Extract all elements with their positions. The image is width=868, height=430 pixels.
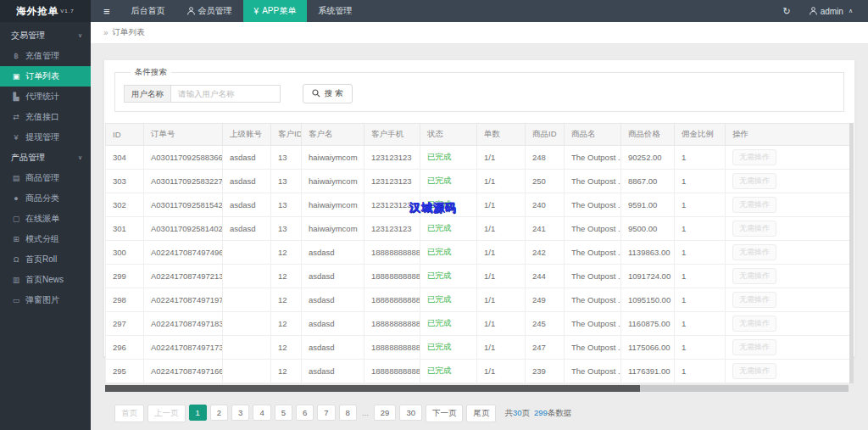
no-action-button[interactable]: 无需操作: [732, 292, 776, 308]
scrollbar-thumb[interactable]: [105, 385, 640, 392]
table-cell: 1/1: [477, 288, 526, 312]
table-cell: 1/1: [477, 170, 526, 193]
table-cell: asdasd: [223, 193, 271, 217]
table-cell: 1: [675, 312, 726, 336]
table-cell: 297: [106, 312, 144, 336]
table-cell: 无需操作: [726, 241, 853, 265]
no-action-button[interactable]: 无需操作: [732, 173, 776, 189]
sidebar-item-4[interactable]: ⇄充值接口: [0, 107, 91, 127]
table-cell: 300: [106, 241, 144, 265]
topnav-item-3[interactable]: 系统管理: [307, 0, 363, 22]
table-cell: haiwaiymcom: [302, 146, 364, 170]
table-cell: 12: [271, 360, 302, 383]
menu-icon: ≡: [103, 5, 110, 18]
no-action-button[interactable]: 无需操作: [732, 339, 776, 355]
table-row: 298A0224170874971978712asdasd18888888888…: [106, 288, 853, 312]
breadcrumb-label: 订单列表: [113, 27, 145, 38]
table-cell: 无需操作: [726, 217, 853, 241]
topnav-item-2[interactable]: ¥APP菜单: [243, 0, 308, 22]
page-8-button[interactable]: 8: [339, 405, 357, 421]
total-records: 299: [534, 408, 548, 417]
prev-button[interactable]: 上一页: [147, 405, 186, 422]
username-input[interactable]: [170, 85, 281, 103]
page-2-button[interactable]: 2: [210, 405, 228, 421]
page-7-button[interactable]: 7: [317, 405, 335, 421]
table-row: 303A03011709258322713asdasd13haiwaiymcom…: [106, 170, 853, 193]
table-cell: [223, 360, 271, 383]
table-cell: The Outpost ...: [565, 170, 621, 193]
sidebar-item-9[interactable]: ▢在线派单: [0, 209, 91, 229]
table-cell: 1: [675, 288, 726, 312]
sidebar-item-1[interactable]: ฿充值管理: [0, 46, 91, 66]
sidebar-item-8[interactable]: ●商品分类: [0, 188, 91, 209]
app-root: 海外抢单V1.7 交易管理∨฿充值管理▣订单列表▙代理统计⇄充值接口¥提现管理产…: [0, 0, 868, 430]
sidebar-section-6[interactable]: 产品管理∨: [0, 148, 91, 168]
no-action-button[interactable]: 无需操作: [732, 268, 776, 284]
last-button[interactable]: 尾页: [466, 405, 496, 422]
sidebar-item-12[interactable]: ▥首页News: [0, 270, 91, 290]
sidebar-item-5[interactable]: ¥提现管理: [0, 127, 91, 148]
pagination-summary: 共30页299条数据: [504, 408, 571, 419]
table-cell: 13: [271, 217, 302, 241]
user-icon: [810, 7, 817, 15]
table-cell: 18888888888: [364, 360, 420, 383]
sidebar-item-10[interactable]: ⊞模式分组: [0, 229, 91, 249]
chevron-down-icon: ∨: [78, 32, 82, 39]
table-cell: 无需操作: [726, 170, 853, 193]
sidebar-item-13[interactable]: ▭弹窗图片: [0, 290, 91, 310]
sidebar-item-11[interactable]: Ω首页Roll: [0, 249, 91, 270]
first-button[interactable]: 首页: [114, 405, 144, 422]
sidebar-section-0[interactable]: 交易管理∨: [0, 25, 91, 46]
table-cell: 301: [106, 217, 144, 241]
page-5-button[interactable]: 5: [275, 405, 292, 421]
table-row: 299A0224170874972139812asdasd18888888888…: [106, 265, 853, 288]
horizontal-scrollbar[interactable]: [105, 385, 849, 392]
no-action-button[interactable]: 无需操作: [732, 316, 776, 332]
topnav-item-0[interactable]: 后台首页: [120, 0, 176, 22]
table-cell: 250: [526, 170, 565, 193]
sidebar-toggle[interactable]: ≡: [91, 5, 120, 18]
search-button[interactable]: 搜 索: [303, 84, 353, 103]
table-cell: 303: [106, 170, 144, 193]
no-action-button[interactable]: 无需操作: [732, 363, 776, 379]
table-cell: 1: [675, 241, 726, 265]
table-cell: 1/1: [477, 360, 526, 383]
vertical-scrollbar[interactable]: [849, 123, 854, 383]
page-30-button[interactable]: 30: [399, 405, 422, 421]
table-cell: 1160875.00: [621, 312, 675, 336]
sidebar-section-label: 交易管理: [11, 30, 45, 42]
news-icon: ▥: [11, 276, 21, 284]
table-cell: [223, 241, 271, 265]
no-action-button[interactable]: 无需操作: [732, 197, 776, 213]
bitcoin-icon: ฿: [11, 52, 21, 60]
table-cell: A02241708749719787: [144, 288, 223, 312]
summary-prefix: 共: [504, 408, 513, 417]
user-menu[interactable]: admin ∧: [810, 7, 853, 16]
topnav-item-1[interactable]: 会员管理: [176, 0, 243, 22]
table-cell: 1/1: [477, 146, 526, 170]
table-cell: 295: [106, 360, 144, 383]
no-action-button[interactable]: 无需操作: [732, 221, 776, 237]
table-cell: The Outpost ...: [565, 241, 621, 265]
table-cell: 已完成: [420, 312, 477, 336]
page-6-button[interactable]: 6: [296, 405, 314, 421]
table-cell: [223, 312, 271, 336]
no-action-button[interactable]: 无需操作: [732, 244, 776, 260]
page-4-button[interactable]: 4: [253, 405, 270, 421]
next-button[interactable]: 下一页: [426, 405, 464, 422]
table-cell: 无需操作: [726, 360, 853, 383]
page-29-button[interactable]: 29: [374, 405, 397, 421]
status-text: 已完成: [427, 176, 452, 185]
refresh-icon[interactable]: ↻: [782, 6, 790, 17]
table-cell: 299: [106, 265, 144, 288]
page-1-button[interactable]: 1: [189, 405, 207, 421]
sidebar-item-label: 提现管理: [25, 131, 59, 143]
chart-icon: ▙: [11, 92, 21, 101]
table-cell: A03011709258322713: [144, 170, 223, 193]
sidebar-item-7[interactable]: ▤商品管理: [0, 168, 91, 188]
sidebar-item-3[interactable]: ▙代理统计: [0, 87, 91, 107]
page-3-button[interactable]: 3: [231, 405, 249, 421]
no-action-button[interactable]: 无需操作: [732, 149, 776, 165]
table-cell: The Outpost ...: [565, 217, 621, 241]
sidebar-item-2[interactable]: ▣订单列表: [0, 66, 91, 87]
